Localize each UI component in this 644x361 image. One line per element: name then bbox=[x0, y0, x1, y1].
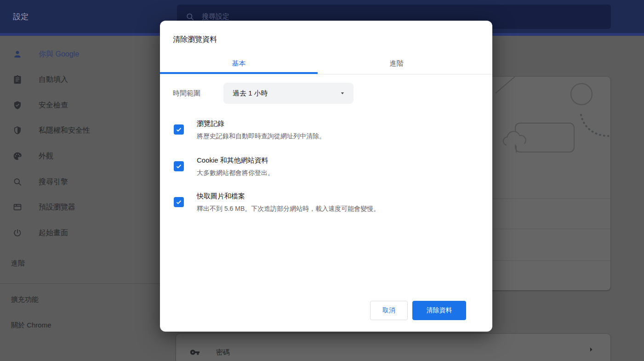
check-icon bbox=[175, 126, 182, 133]
browsing-history-checkbox[interactable] bbox=[174, 124, 184, 135]
sidebar-item-label: 起始畫面 bbox=[39, 228, 68, 238]
clear-data-button[interactable]: 清除資料 bbox=[412, 301, 466, 320]
shield-check-icon bbox=[13, 101, 22, 110]
search-icon bbox=[186, 12, 194, 21]
person-icon bbox=[13, 50, 22, 59]
checkbox-description: 將歷史記錄和自動即時查詢從網址列中清除。 bbox=[197, 130, 325, 142]
sidebar-advanced-toggle[interactable]: 進階 bbox=[0, 254, 160, 273]
key-icon bbox=[190, 347, 200, 357]
sidebar-item-default-browser[interactable]: 預設瀏覽器 bbox=[0, 197, 160, 217]
sidebar-item-safety-check[interactable]: 安全檢查 bbox=[0, 96, 160, 115]
sidebar-item-label: 外觀 bbox=[39, 152, 53, 161]
time-range-select[interactable]: 過去 1 小時 bbox=[223, 83, 353, 104]
checkbox-title: 快取圖片和檔案 bbox=[197, 190, 380, 203]
search-icon bbox=[13, 177, 22, 186]
time-range-value: 過去 1 小時 bbox=[233, 89, 268, 98]
clear-browsing-data-dialog: 清除瀏覽資料 基本 進階 時間範圍 過去 1 小時 瀏覽記錄 將歷史記錄和自動即… bbox=[160, 21, 492, 332]
tab-advanced[interactable]: 進階 bbox=[318, 53, 475, 74]
power-icon bbox=[13, 228, 22, 237]
dropdown-caret-icon bbox=[340, 90, 345, 96]
sidebar-item-appearance[interactable]: 外觀 bbox=[0, 147, 160, 166]
sidebar-item-extensions[interactable]: 擴充功能 bbox=[0, 290, 160, 309]
palette-icon bbox=[13, 152, 22, 161]
passwords-label: 密碼 bbox=[216, 348, 230, 357]
time-range-label: 時間範圍 bbox=[173, 83, 200, 104]
page-title: 設定 bbox=[13, 0, 29, 33]
sync-illustration bbox=[490, 77, 610, 169]
checkbox-description: 大多數網站都會將你登出。 bbox=[197, 167, 274, 179]
sidebar-item-label: 安全檢查 bbox=[39, 101, 68, 110]
privacy-shield-icon bbox=[13, 126, 22, 135]
cookies-checkbox[interactable] bbox=[174, 161, 184, 171]
check-icon bbox=[175, 163, 182, 170]
clipboard-icon bbox=[13, 75, 22, 84]
cookies-row: Cookie 和其他網站資料 大多數網站都會將你登出。 bbox=[174, 154, 474, 179]
sidebar-item-search-engine[interactable]: 搜尋引擎 bbox=[0, 172, 160, 192]
chevron-right-icon bbox=[587, 345, 596, 354]
sidebar-item-privacy-security[interactable]: 私隱權和安全性 bbox=[0, 121, 160, 140]
sidebar-item-autofill[interactable]: 自動填入 bbox=[0, 70, 160, 89]
browsing-history-row: 瀏覽記錄 將歷史記錄和自動即時查詢從網址列中清除。 bbox=[174, 117, 474, 142]
dialog-title: 清除瀏覽資料 bbox=[173, 34, 217, 45]
chrome-settings-page: 設定 搜尋設定 你與 Google 自動填入 bbox=[0, 0, 644, 361]
checkbox-description: 釋出不到 5.6 MB。下次造訪部分網站時，載入速度可能會變慢。 bbox=[197, 203, 380, 214]
sidebar-item-label: 搜尋引擎 bbox=[39, 177, 68, 187]
sidebar-item-label: 預設瀏覽器 bbox=[39, 203, 75, 212]
check-icon bbox=[175, 198, 182, 206]
sidebar-item-label: 你與 Google bbox=[39, 50, 79, 59]
search-placeholder: 搜尋設定 bbox=[202, 12, 229, 21]
browser-window-icon bbox=[13, 203, 22, 212]
sidebar-divider bbox=[0, 283, 160, 284]
advanced-label: 進階 bbox=[11, 259, 25, 268]
tabs-divider bbox=[160, 74, 492, 74]
dialog-buttons: 取消 清除資料 bbox=[370, 301, 466, 320]
cached-images-row: 快取圖片和檔案 釋出不到 5.6 MB。下次造訪部分網站時，載入速度可能會變慢。 bbox=[174, 190, 474, 214]
about-label: 關於 Chrome bbox=[11, 321, 51, 330]
sidebar-item-about-chrome[interactable]: 關於 Chrome bbox=[0, 316, 160, 335]
sidebar-item-label: 私隱權和安全性 bbox=[39, 126, 90, 135]
checkbox-title: 瀏覽記錄 bbox=[197, 117, 325, 130]
sidebar-item-on-startup[interactable]: 起始畫面 bbox=[0, 223, 160, 243]
cached-images-checkbox[interactable] bbox=[174, 197, 184, 207]
settings-sidebar: 你與 Google 自動填入 安全檢查 私隱權和安全性 bbox=[0, 36, 160, 361]
sidebar-item-label: 自動填入 bbox=[39, 75, 68, 85]
dialog-tabs: 基本 進階 bbox=[160, 53, 492, 74]
cancel-button[interactable]: 取消 bbox=[370, 301, 408, 320]
passwords-row[interactable]: 密碼 bbox=[176, 334, 610, 361]
tab-basic[interactable]: 基本 bbox=[160, 53, 318, 74]
sidebar-item-you-and-google[interactable]: 你與 Google bbox=[0, 45, 160, 64]
checkbox-title: Cookie 和其他網站資料 bbox=[197, 154, 274, 167]
extensions-label: 擴充功能 bbox=[11, 295, 39, 304]
